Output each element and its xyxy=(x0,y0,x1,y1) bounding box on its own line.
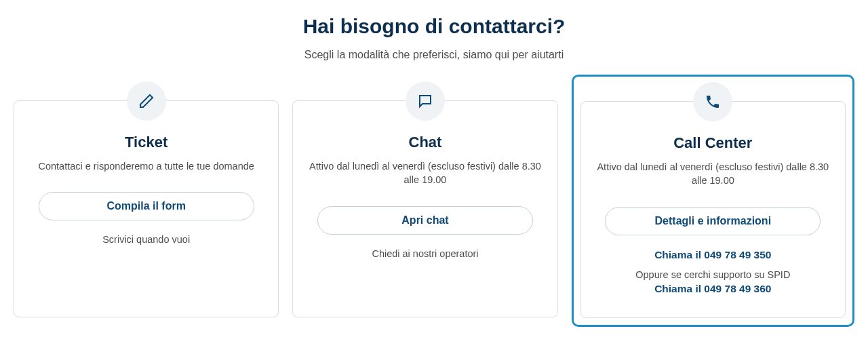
page-title: Hai bisogno di contattarci? xyxy=(0,15,868,38)
chat-desc: Attivo dal lunedì al venerdì (escluso fe… xyxy=(308,159,542,187)
spid-note: Oppure se cerchi supporto su SPID xyxy=(596,269,830,280)
callcenter-desc: Attivo dal lunedì al venerdì (escluso fe… xyxy=(596,160,830,188)
phone-link-2[interactable]: Chiama il 049 78 49 360 xyxy=(596,283,830,295)
chat-button[interactable]: Apri chat xyxy=(317,206,533,235)
chat-card: Chat Attivo dal lunedì al venerdì (esclu… xyxy=(292,100,557,317)
page-subtitle: Scegli la modalità che preferisci, siamo… xyxy=(0,49,868,61)
ticket-button[interactable]: Compila il form xyxy=(39,192,254,220)
ticket-card: Ticket Contattaci e risponderemo a tutte… xyxy=(14,100,279,317)
pencil-icon xyxy=(127,81,166,121)
phone-link-1[interactable]: Chiama il 049 78 49 350 xyxy=(596,249,830,261)
callcenter-card-highlighted: Call Center Attivo dal lunedì al venerdì… xyxy=(572,75,854,327)
chat-note: Chiedi ai nostri operatori xyxy=(308,248,542,259)
phone-icon xyxy=(693,82,732,121)
callcenter-button[interactable]: Dettagli e informazioni xyxy=(605,207,821,235)
ticket-note: Scrivici quando vuoi xyxy=(29,234,263,245)
ticket-title: Ticket xyxy=(29,134,263,151)
contact-options-row: Ticket Contattaci e risponderemo a tutte… xyxy=(0,100,868,327)
callcenter-title: Call Center xyxy=(596,134,830,152)
chat-icon xyxy=(406,81,445,121)
chat-title: Chat xyxy=(308,134,542,151)
ticket-desc: Contattaci e risponderemo a tutte le tue… xyxy=(29,159,263,173)
